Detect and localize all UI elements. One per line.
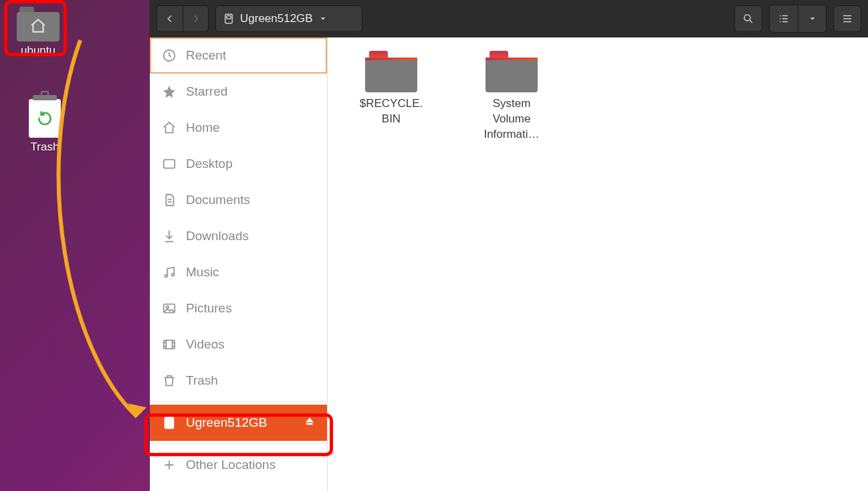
folder-icon (485, 51, 538, 92)
sidebar-item-recent[interactable]: Recent (150, 37, 327, 74)
folder-icon (365, 51, 417, 92)
clock-icon (162, 48, 177, 63)
search-icon (742, 13, 754, 25)
sidebar-item-label: Other Locations (186, 458, 276, 472)
view-controls (769, 5, 827, 33)
back-button[interactable] (157, 6, 183, 31)
hamburger-menu-button[interactable] (833, 5, 861, 32)
svg-rect-11 (167, 419, 171, 423)
star-icon (162, 84, 177, 99)
drive-icon (223, 13, 235, 25)
eject-icon (304, 416, 315, 427)
desktop-home-folder[interactable]: ubuntu (8, 7, 68, 58)
sidebar-item-desktop[interactable]: Desktop (150, 146, 327, 182)
folder-recycle-bin[interactable]: $RECYCLE. BIN (348, 51, 435, 127)
picture-icon (162, 301, 177, 316)
window-body: Recent Starred Home Desktop Documents Do… (150, 37, 868, 491)
folder-content[interactable]: $RECYCLE. BIN System Volume Informati… (328, 37, 868, 491)
trash-icon (162, 373, 177, 388)
desktop: ubuntu Trash (0, 0, 150, 491)
location-label: Ugreen512GB (240, 12, 313, 25)
music-icon (162, 265, 177, 280)
sidebar-item-music[interactable]: Music (150, 254, 327, 290)
sidebar-item-label: Music (186, 265, 219, 280)
video-icon (162, 337, 177, 352)
sidebar-item-label: Downloads (186, 229, 249, 243)
sidebar-separator (150, 444, 327, 444)
download-icon (162, 229, 177, 243)
sidebar-item-home[interactable]: Home (150, 110, 327, 146)
svg-rect-1 (227, 16, 231, 19)
forward-button[interactable] (183, 6, 208, 31)
view-options-button[interactable] (798, 5, 826, 32)
menu-icon (841, 13, 853, 25)
sidebar-item-trash[interactable]: Trash (150, 363, 327, 399)
svg-point-8 (166, 306, 169, 308)
document-icon (162, 193, 177, 207)
chevron-down-icon (808, 14, 817, 23)
desktop-trash-label: Trash (31, 140, 60, 154)
home-icon (162, 120, 177, 135)
sidebar-item-label: Pictures (186, 301, 232, 316)
drive-icon (162, 415, 177, 430)
sidebar-item-other-locations[interactable]: Other Locations (150, 447, 327, 483)
svg-rect-9 (164, 340, 175, 349)
sidebar-item-label: Ugreen512GB (186, 415, 267, 430)
svg-point-5 (165, 275, 168, 278)
desktop-icon (162, 157, 177, 171)
list-icon (778, 13, 790, 25)
folder-system-volume-information[interactable]: System Volume Informati… (468, 51, 555, 142)
sidebar-item-label: Videos (186, 337, 225, 352)
svg-point-6 (172, 274, 175, 276)
sidebar-item-device-ugreen[interactable]: Ugreen512GB (150, 405, 327, 441)
file-manager-window: Ugreen512GB Recent Starred (150, 0, 868, 491)
folder-label: $RECYCLE. BIN (360, 96, 423, 127)
folder-label: System Volume Informati… (483, 96, 539, 142)
location-pathbar[interactable]: Ugreen512GB (215, 5, 362, 32)
folder-icon (17, 7, 60, 41)
sidebar-item-label: Trash (186, 373, 218, 388)
plus-icon (162, 458, 177, 472)
sidebar-item-label: Documents (186, 193, 250, 207)
desktop-home-label: ubuntu (21, 44, 56, 58)
trash-icon (29, 99, 61, 138)
chevron-down-icon (318, 14, 328, 23)
sidebar: Recent Starred Home Desktop Documents Do… (150, 37, 328, 491)
sidebar-separator (150, 401, 327, 402)
sidebar-item-label: Desktop (186, 157, 233, 171)
list-view-button[interactable] (770, 5, 798, 32)
sidebar-item-label: Recent (186, 48, 226, 63)
sidebar-item-downloads[interactable]: Downloads (150, 218, 327, 254)
sidebar-item-pictures[interactable]: Pictures (150, 290, 327, 326)
sidebar-item-videos[interactable]: Videos (150, 326, 327, 363)
sidebar-item-label: Starred (186, 84, 227, 99)
nav-buttons (156, 5, 209, 32)
titlebar: Ugreen512GB (150, 0, 868, 37)
sidebar-item-starred[interactable]: Starred (150, 74, 327, 110)
search-button[interactable] (734, 5, 762, 32)
svg-rect-4 (164, 160, 175, 169)
eject-button[interactable] (304, 415, 315, 430)
desktop-trash[interactable]: Trash (15, 99, 75, 154)
sidebar-item-documents[interactable]: Documents (150, 182, 327, 218)
sidebar-item-label: Home (186, 120, 220, 135)
svg-point-2 (744, 15, 750, 21)
